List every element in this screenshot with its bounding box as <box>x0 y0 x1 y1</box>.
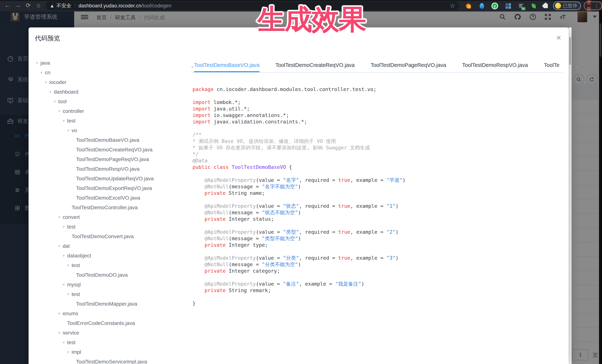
tree-row[interactable]: ToolTestDemoRespVO.java <box>29 164 188 174</box>
browser-forward-button[interactable]: → <box>14 2 22 9</box>
tree-caret-icon[interactable]: ▾ <box>63 282 65 287</box>
tree-caret-icon[interactable]: ▾ <box>36 61 38 65</box>
tree-folder-label: test <box>67 340 75 345</box>
code-line <box>193 93 561 99</box>
tree-caret-icon[interactable]: ▾ <box>67 263 69 268</box>
tree-row[interactable]: ▾java <box>29 58 188 68</box>
tree-row[interactable]: ToolTestDemoServiceImpl.java <box>29 357 188 364</box>
tree-row[interactable]: ▾dataobject <box>29 251 188 260</box>
tree-row[interactable]: ▾iocoder <box>29 77 188 87</box>
tree-caret-icon[interactable]: ▾ <box>67 350 69 354</box>
tree-file-label: ToolTestDemoUpdateReqVO.java <box>76 176 154 182</box>
file-tab[interactable]: ToolTestDemoPageReqVO.java <box>371 62 446 72</box>
tree-caret-icon[interactable]: ▾ <box>40 70 43 75</box>
modal-close-icon[interactable]: × <box>556 33 561 42</box>
tree-row[interactable]: ▾controller <box>29 106 188 116</box>
tree-folder-label: tool <box>58 99 67 104</box>
extension-green-y-icon[interactable]: y <box>491 2 498 10</box>
extension-drop-icon[interactable] <box>478 2 485 10</box>
tree-row[interactable]: ▾mysql <box>29 280 188 290</box>
tree-row[interactable]: ▾enums <box>29 309 188 318</box>
extension-leaf-icon[interactable] <box>530 2 538 10</box>
tree-row[interactable]: ▾convert <box>29 212 188 222</box>
tree-row[interactable]: ▾test <box>29 222 188 232</box>
tree-row[interactable]: ToolTestDemoCreateReqVO.java <box>29 145 188 155</box>
tabs-scroll-right-icon[interactable]: › <box>575 63 578 72</box>
extension-grid-icon[interactable] <box>505 2 512 10</box>
tree-row[interactable]: ToolTestDemoUpdateReqVO.java <box>29 174 188 184</box>
profile-status-label: 已暂停 <box>563 3 577 9</box>
tree-caret-icon[interactable]: ▾ <box>63 340 65 345</box>
code-line: @ApiModelProperty(value = "状态", required… <box>193 203 561 209</box>
tree-caret-icon[interactable]: ▾ <box>63 224 65 229</box>
address-bar[interactable]: ▲ 不安全 dashboard.yudao.iocoder.cn /tool/c… <box>46 1 459 10</box>
tree-folder-label: iocoder <box>49 79 66 85</box>
tree-row[interactable]: ▾test <box>29 290 188 299</box>
extension-ubuntu-icon[interactable]: 1 <box>465 2 472 10</box>
tree-caret-icon[interactable]: ▾ <box>58 215 60 220</box>
tree-caret-icon[interactable]: ▾ <box>63 253 65 258</box>
file-tab[interactable]: ToolTestDemoBaseVO.java <box>194 62 259 72</box>
tree-row[interactable]: ToolTestDemoExcelVO.java <box>29 193 188 203</box>
tabs-scroll-left-icon[interactable]: ‹ <box>191 63 194 72</box>
tree-row[interactable]: ▾vo <box>29 126 188 135</box>
tree-row[interactable]: ▾cn <box>29 68 188 77</box>
page-scrollbar[interactable] <box>569 27 572 364</box>
code-line: @NotNull(message = "分类不能为空") <box>193 261 561 268</box>
file-tab[interactable]: ToolTe <box>544 62 559 72</box>
tree-caret-icon[interactable]: ▾ <box>58 244 60 249</box>
code-line: /** <box>193 131 561 138</box>
file-tab[interactable]: ToolTestDemoRespVO.java <box>462 62 528 72</box>
tree-caret-icon[interactable]: ▾ <box>58 331 60 335</box>
code-line: * 测试示例 Base VO, 提供给添加、修改、详细的子 VO 使用 <box>193 138 561 144</box>
tree-row[interactable]: ToolTestDemoPageReqVO.java <box>29 155 188 164</box>
tree-row[interactable]: ▾dashboard <box>29 87 188 97</box>
tree-caret-icon[interactable]: ▾ <box>67 292 69 297</box>
tree-caret-icon[interactable]: ▾ <box>49 90 51 94</box>
update-label: 更新 <box>587 0 592 12</box>
tree-caret-icon[interactable]: ▾ <box>45 80 47 85</box>
tree-row[interactable]: ToolTestDemoDO.java <box>29 270 188 280</box>
code-line: @NotNull(message = "名字不能为空") <box>193 183 561 190</box>
tree-folder-label: dataobject <box>67 253 91 259</box>
extension-tabs-on-icon[interactable]: on <box>517 2 525 10</box>
tree-row[interactable]: ToolTestDemoController.java <box>29 203 188 212</box>
tree-caret-icon[interactable]: ▾ <box>58 109 60 114</box>
tree-caret-icon[interactable]: ▾ <box>54 99 56 104</box>
tree-row[interactable]: ▾impl <box>29 347 188 357</box>
tree-folder-label: test <box>72 291 80 297</box>
tree-row[interactable]: ▾test <box>29 260 188 270</box>
browser-home-button[interactable]: ⌂ <box>34 2 43 9</box>
extension-puzzle-icon[interactable] <box>542 2 549 10</box>
tree-row[interactable]: ToolTestDemoMapper.java <box>29 299 188 309</box>
tree-row[interactable]: ToolTestDemoExportReqVO.java <box>29 184 188 193</box>
tree-caret-icon[interactable]: ▾ <box>67 128 69 133</box>
tree-row[interactable]: ▾dal <box>29 241 188 251</box>
tree-folder-label: cn <box>45 70 50 76</box>
tree-folder-label: test <box>67 224 75 230</box>
bookmark-star-icon[interactable]: ☆ <box>450 2 455 9</box>
window-edge-strip <box>599 10 602 364</box>
browser-update-button[interactable]: 更新 ⋮ <box>584 1 602 10</box>
browser-reload-button[interactable]: ⟳ <box>24 2 32 9</box>
tree-folder-label: java <box>40 60 50 66</box>
browser-profile-chip[interactable]: 已暂停 <box>553 1 581 10</box>
code-line <box>193 294 561 300</box>
tree-row[interactable]: ▾tool <box>29 97 188 106</box>
tree-row[interactable]: ToolTestDemoBaseVO.java <box>29 135 188 145</box>
browser-back-button[interactable]: ← <box>3 2 11 9</box>
tree-row[interactable]: ▾test <box>29 116 188 126</box>
tree-row[interactable]: ToolErrorCodeConstants.java <box>29 318 188 328</box>
page-scrollbar-thumb[interactable] <box>569 37 571 65</box>
tree-folder-label: dashboard <box>54 89 78 95</box>
tree-row[interactable]: ▾service <box>29 328 188 338</box>
tree-row[interactable]: ▾test <box>29 338 188 347</box>
code-viewer[interactable]: package cn.iocoder.dashboard.modules.too… <box>193 86 561 307</box>
tree-row[interactable]: ToolTestDemoConvert.java <box>29 232 188 241</box>
tree-caret-icon[interactable]: ▾ <box>58 311 60 316</box>
file-tab[interactable]: ToolTestDemoCreateReqVO.java <box>275 62 355 72</box>
file-tabs: ToolTestDemoBaseVO.javaToolTestDemoCreat… <box>194 62 575 72</box>
browser-menu-icon[interactable]: ⋮ <box>594 3 599 9</box>
tree-caret-icon[interactable]: ▾ <box>63 118 65 123</box>
tree-file-label: ToolTestDemoController.java <box>72 205 138 210</box>
